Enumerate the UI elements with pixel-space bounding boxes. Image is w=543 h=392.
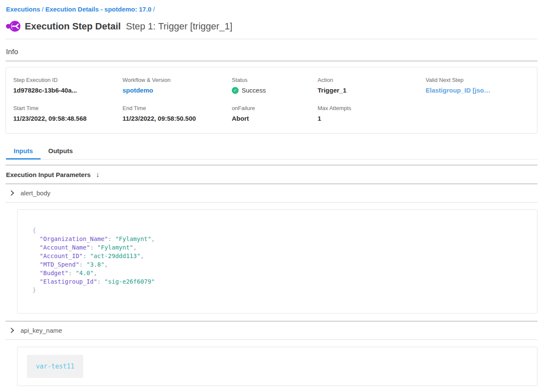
breadcrumb-link-execution-details[interactable]: Execution Details - spotdemo: 17.0 [45, 6, 151, 13]
inputs-outputs-tabs: Inputs Outputs [6, 143, 537, 160]
section-title: Execution Input Parameters [6, 171, 90, 178]
json-value: 4.0 [76, 270, 93, 276]
info-field-max-attempts: Max Attempts 1 [318, 105, 426, 122]
json-value: act-29ddd113 [90, 253, 140, 259]
tab-inputs[interactable]: Inputs [6, 143, 41, 160]
field-label: Step Execution ID [13, 77, 123, 83]
field-value: 11/23/2022, 09:58:48.568 [13, 115, 123, 122]
api-key-name-value: var-test11 [27, 355, 83, 378]
page-subtitle: Step 1: Trigger [trigger_1] [126, 21, 232, 32]
breadcrumb-link-executions[interactable]: Executions [6, 6, 40, 13]
json-value: Fylamynt [115, 235, 151, 242]
info-field-workflow-version: Workflow & Version spotdemo [123, 77, 232, 94]
chevron-right-icon[interactable] [9, 190, 14, 196]
success-check-icon: ✓ [232, 87, 239, 94]
alert-body-value-card: {Organization_Name: Fylamynt,Account_Nam… [17, 209, 537, 314]
json-comma: , [93, 270, 97, 276]
download-arrow-icon[interactable]: ↓ [96, 171, 99, 178]
api-key-name-value-card: var-test11 [17, 347, 537, 386]
json-key: Organization_Name [40, 235, 108, 242]
alert-body-json: {Organization_Name: Fylamynt,Account_Nam… [32, 226, 523, 294]
json-colon: : [97, 278, 105, 285]
row-divider [6, 202, 537, 203]
json-comma: , [105, 261, 108, 268]
param-row-api-key-name[interactable]: api_key_name [6, 322, 537, 340]
info-field-on-failure: onFailure Abort [232, 105, 318, 122]
json-colon: : [83, 253, 90, 259]
info-card: Step Execution ID 1d97828c-13b6-40a... W… [6, 67, 537, 134]
breadcrumb-separator: / [152, 6, 157, 13]
field-label: Start Time [13, 105, 123, 111]
row-divider [6, 340, 537, 340]
json-comma: , [140, 253, 144, 259]
field-value: 11/23/2022, 09:58:50.500 [123, 115, 232, 122]
field-label: Workflow & Version [123, 77, 232, 83]
breadcrumb-separator: / [40, 6, 45, 13]
field-value: 1 [318, 115, 426, 122]
json-comma: , [133, 244, 137, 251]
field-label: onFailure [232, 105, 318, 111]
next-step-link[interactable]: Elastigroup_ID [jso… [426, 87, 530, 94]
info-grid: Step Execution ID 1d97828c-13b6-40a... W… [13, 77, 530, 122]
execution-step-detail-page: Executions/Execution Details - spotdemo:… [0, 0, 543, 392]
info-field-status: Status ✓ Success [232, 77, 318, 94]
json-colon: : [108, 235, 115, 242]
field-label: Max Attempts [318, 105, 426, 111]
json-colon: : [90, 244, 97, 251]
json-key: Elastigroup_Id [40, 278, 97, 285]
page-header: Execution Step Detail Step 1: Trigger [t… [6, 17, 537, 39]
page-title: Execution Step Detail [25, 21, 121, 32]
info-field-valid-next-step: Valid Next Step Elastigroup_ID [jso… [426, 77, 530, 94]
param-label: api_key_name [20, 327, 62, 334]
breadcrumb: Executions/Execution Details - spotdemo:… [6, 0, 537, 17]
info-field-action: Action Trigger_1 [318, 77, 426, 94]
field-value: Abort [232, 115, 318, 122]
open-brace: { [32, 227, 36, 234]
info-divider [6, 61, 537, 61]
info-field-end-time: End Time 11/23/2022, 09:58:50.500 [123, 105, 232, 122]
status-text: Success [242, 87, 266, 94]
field-label: Valid Next Step [426, 77, 530, 83]
json-comma: , [151, 235, 155, 242]
fylamynt-logo-icon [6, 20, 20, 33]
param-label: alert_body [20, 189, 50, 197]
json-key: Account_ID [40, 253, 83, 259]
json-value: Fylamynt [97, 244, 133, 251]
field-value: 1d97828c-13b6-40a... [13, 87, 123, 94]
param-row-alert-body[interactable]: alert_body [6, 184, 537, 202]
info-empty-cell [426, 105, 530, 122]
json-key: Budget [40, 270, 68, 276]
field-label: End Time [123, 105, 232, 111]
json-value: 3.8 [86, 261, 104, 268]
status-badge: ✓ Success [232, 87, 318, 94]
field-label: Status [232, 77, 318, 83]
field-label: Action [318, 77, 426, 83]
tab-outputs[interactable]: Outputs [41, 143, 81, 160]
info-field-step-execution-id: Step Execution ID 1d97828c-13b6-40a... [13, 77, 123, 94]
field-value: Trigger_1 [318, 87, 426, 94]
info-field-start-time: Start Time 11/23/2022, 09:58:48.568 [13, 105, 123, 122]
json-key: MTD_Spend [40, 261, 79, 268]
close-brace: } [32, 287, 36, 293]
json-colon: : [68, 270, 76, 276]
workflow-link[interactable]: spotdemo [123, 87, 232, 94]
json-colon: : [79, 261, 87, 268]
execution-input-parameters-header: Execution Input Parameters ↓ [6, 166, 537, 183]
info-section-heading: Info [6, 39, 537, 61]
json-key: Account_Name [40, 244, 90, 251]
chevron-right-icon[interactable] [9, 328, 14, 333]
json-value: sig-e26f6079 [105, 278, 155, 285]
